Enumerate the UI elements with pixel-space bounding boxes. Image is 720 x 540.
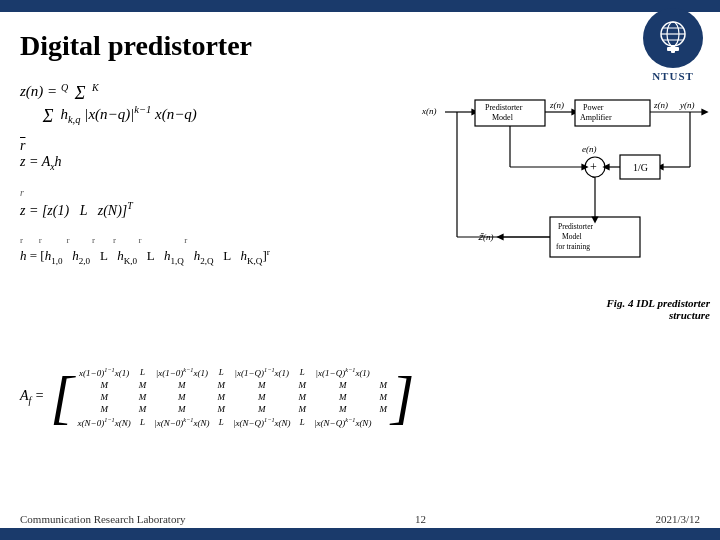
equation-1: z(n) = Q Σ K Σ hk,q |x(n−q)|k−1 x(n−q)	[20, 82, 440, 126]
top-bar	[0, 0, 720, 12]
svg-text:z(n): z(n)	[549, 100, 564, 110]
svg-text:for training: for training	[556, 242, 590, 251]
svg-text:Model: Model	[492, 113, 514, 122]
svg-text:1/G: 1/G	[633, 162, 648, 173]
svg-text:x(n): x(n)	[421, 106, 437, 116]
svg-text:Predistorter: Predistorter	[485, 103, 523, 112]
fig-caption: Fig. 4 IDL predistorter structure	[530, 297, 710, 321]
equation-2: r z = Axh	[20, 138, 440, 172]
svg-text:Amplifier: Amplifier	[580, 113, 612, 122]
footer-left: Communication Research Laboratory	[20, 513, 186, 525]
equation-4: r r r r r r r h = [h1,0 h2,0 L hK,0 L h1…	[20, 231, 440, 266]
svg-text:y(n): y(n)	[679, 100, 695, 110]
matrix-left-bracket: [	[50, 367, 73, 427]
svg-text:Predistorter: Predistorter	[558, 222, 593, 231]
page-title: Digital predistorter	[20, 30, 700, 62]
matrix-right-bracket: ]	[391, 367, 414, 427]
equation-3: r z = [z(1) L z(N)]T	[20, 184, 440, 219]
svg-text:Power: Power	[583, 103, 604, 112]
svg-text:Model: Model	[562, 232, 582, 241]
svg-text:e(n): e(n)	[582, 144, 597, 154]
matrix-section: Af = [ x(1−0)1−1x(1) L |x(1−0)k−1x(1) L …	[20, 362, 700, 432]
block-diagram: x(n) Predistorter Model z(n) Power Ampli…	[420, 72, 710, 302]
bottom-bar	[0, 528, 720, 540]
equations-area: z(n) = Q Σ K Σ hk,q |x(n−q)|k−1 x(n−q) r…	[20, 82, 440, 274]
footer: Communication Research Laboratory 12 202…	[20, 513, 700, 525]
footer-right: 2021/3/12	[655, 513, 700, 525]
matrix-label: Af =	[20, 388, 44, 406]
matrix-content: x(1−0)1−1x(1) L |x(1−0)k−1x(1) L |x(1−Q)…	[74, 362, 391, 432]
footer-center: 12	[415, 513, 426, 525]
svg-text:z(n): z(n)	[653, 100, 668, 110]
